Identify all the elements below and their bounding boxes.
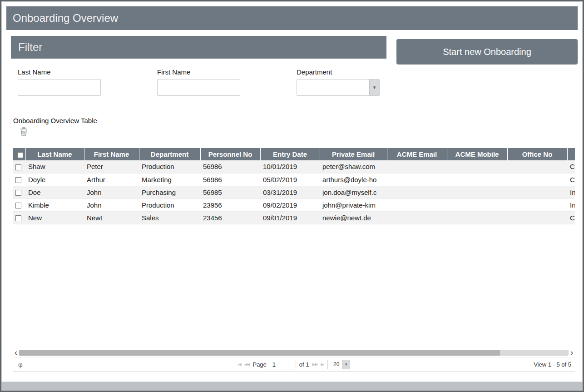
refresh-icon[interactable]: φ [18, 361, 23, 368]
first-page-button[interactable]: |◀ [238, 362, 241, 367]
cell-clipped_col: C [567, 173, 575, 186]
column-header-office_no[interactable]: Office No [507, 148, 567, 160]
cell-last_name: Kimble [25, 198, 84, 211]
cell-private_email: newie@newt.de [320, 211, 387, 224]
cell-personnel_no: 56985 [200, 186, 260, 198]
table-row[interactable]: DoeJohnPurchasing5698503/31/2019jon.doa@… [13, 186, 575, 198]
column-header-acme_email[interactable]: ACME Email [387, 148, 447, 160]
next-page-button[interactable]: ▶▶ [312, 362, 318, 367]
scroll-left-icon[interactable]: ‹ [13, 349, 19, 356]
cell-last_name: Doyle [25, 173, 84, 186]
column-header-entry_date[interactable]: Entry Date [260, 148, 320, 160]
column-header-clipped_col[interactable]: C [567, 148, 575, 160]
row-checkbox[interactable] [15, 203, 21, 208]
cell-acme_mobile [447, 160, 507, 173]
prev-page-button[interactable]: ◀◀ [244, 362, 250, 367]
column-header-last_name[interactable]: Last Name [25, 148, 84, 160]
cell-personnel_no: 56986 [200, 173, 260, 186]
filter-fields: Last Name First Name Department ▾ [6, 68, 578, 96]
scrollbar-track[interactable] [19, 350, 569, 356]
cell-first_name: John [84, 198, 139, 211]
cell-department: Sales [139, 211, 200, 224]
last-page-button[interactable]: ▶| [321, 362, 324, 367]
cell-department: Purchasing [139, 186, 200, 198]
page: Onboarding Overview Filter Start new Onb… [1, 1, 583, 382]
cell-last_name: New [25, 211, 84, 224]
cell-clipped_col: C [567, 160, 575, 173]
page-size-select[interactable]: 20 ▾ [327, 360, 350, 369]
page-number-input[interactable] [270, 360, 296, 369]
cell-office_no [507, 160, 567, 173]
cell-last_name: Shaw [25, 160, 84, 173]
cell-acme_email [387, 160, 447, 173]
trash-icon [20, 127, 28, 136]
column-header-acme_mobile[interactable]: ACME Mobile [447, 148, 507, 160]
table-row[interactable]: DoyleArthurMarketing5698605/02/2019arthu… [13, 173, 575, 186]
page-title: Onboarding Overview [13, 12, 118, 25]
cell-department: Production [139, 160, 200, 173]
window: Onboarding Overview Filter Start new Onb… [0, 0, 584, 392]
cell-clipped_col: In [567, 198, 575, 211]
start-new-onboarding-button[interactable]: Start new Onboarding [396, 39, 578, 65]
first-name-input[interactable] [157, 79, 240, 96]
chevron-down-icon[interactable]: ▾ [369, 79, 379, 95]
pager-center: |◀ ◀◀ Page of 1 ▶▶ ▶| 20 ▾ [113, 360, 475, 369]
select-all-checkbox[interactable] [17, 152, 23, 158]
page-title-bar: Onboarding Overview [6, 6, 578, 30]
row-select-cell [13, 186, 25, 198]
cell-acme_mobile [447, 198, 507, 211]
cell-department: Marketing [139, 173, 200, 186]
cell-acme_mobile [447, 186, 507, 198]
column-header-private_email[interactable]: Private Email [320, 148, 387, 160]
pager: φ |◀ ◀◀ Page of 1 ▶▶ ▶| 20 ▾ View 1 - [13, 357, 575, 372]
table-header-row: Last NameFirst NameDepartmentPersonnel N… [13, 148, 575, 160]
table-row[interactable]: KimbleJohnProduction2395609/02/2019john@… [13, 198, 575, 211]
view-range-label: View 1 - 5 of 5 [534, 361, 571, 368]
cell-entry_date: 03/31/2019 [260, 186, 320, 198]
scrollbar-thumb[interactable] [19, 350, 500, 356]
cell-office_no [507, 198, 567, 211]
table-caption: Onboarding Overview Table [13, 117, 578, 124]
cell-department: Production [139, 198, 200, 211]
row-select-cell [13, 211, 25, 224]
column-header-personnel_no[interactable]: Personnel No [200, 148, 260, 160]
row-checkbox[interactable] [15, 177, 21, 183]
last-name-label: Last Name [18, 68, 101, 76]
scroll-right-icon[interactable]: › [569, 349, 575, 356]
department-label: Department [297, 68, 380, 76]
filter-section-header: Filter [11, 36, 386, 59]
last-name-input[interactable] [18, 79, 101, 96]
cell-acme_email [387, 198, 447, 211]
column-header-department[interactable]: Department [139, 148, 200, 160]
department-select[interactable]: ▾ [297, 79, 380, 96]
cell-clipped_col: In [567, 186, 575, 198]
horizontal-scrollbar[interactable]: ‹ › [13, 348, 575, 357]
table-row[interactable]: ShawPeterProduction5698610/01/2019peter@… [13, 160, 575, 173]
toolbar-row: Filter Start new Onboarding [6, 36, 578, 65]
row-checkbox[interactable] [15, 190, 21, 196]
cell-last_name: Doe [25, 186, 84, 198]
column-header-first_name[interactable]: First Name [84, 148, 139, 160]
row-select-cell [13, 160, 25, 173]
chevron-down-icon[interactable]: ▾ [342, 360, 350, 369]
delete-selected-button[interactable] [20, 127, 30, 136]
page-count-label: of 1 [299, 361, 309, 368]
cell-acme_email [387, 186, 447, 198]
cell-first_name: John [84, 186, 139, 198]
page-size-value: 20 [328, 360, 342, 369]
row-select-cell [13, 198, 25, 211]
cell-clipped_col: C [567, 211, 575, 224]
cell-private_email: arthurs@doyle-ho [320, 173, 387, 186]
row-checkbox[interactable] [15, 215, 21, 221]
table-body: ShawPeterProduction5698610/01/2019peter@… [13, 160, 575, 224]
cell-entry_date: 10/01/2019 [260, 160, 320, 173]
table-scroll-area: Last NameFirst NameDepartmentPersonnel N… [13, 148, 575, 348]
first-name-label: First Name [157, 68, 240, 76]
department-field: Department ▾ [297, 68, 380, 96]
page-label: Page [252, 361, 266, 368]
cell-entry_date: 09/01/2019 [260, 211, 320, 224]
row-checkbox[interactable] [15, 164, 21, 170]
row-select-cell [13, 173, 25, 186]
department-select-value [297, 79, 369, 95]
table-row[interactable]: NewNewtSales2345609/01/2019newie@newt.de… [13, 211, 575, 224]
